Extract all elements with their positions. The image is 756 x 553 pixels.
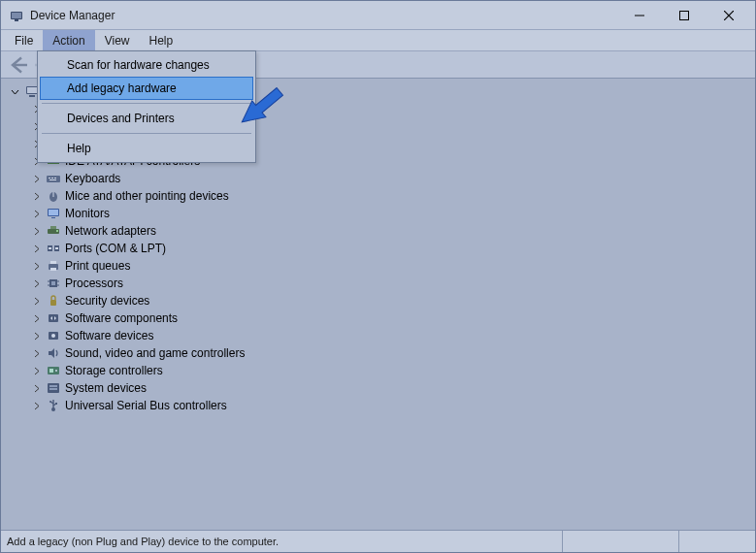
expander-closed-icon[interactable] [30, 243, 42, 254]
back-button[interactable] [7, 54, 30, 76]
svg-rect-34 [50, 226, 56, 229]
expander-closed-icon[interactable] [30, 173, 42, 184]
svg-rect-2 [15, 19, 18, 21]
tree-item-label: System devices [65, 379, 147, 397]
window-title: Device Manager [30, 9, 617, 22]
device-category-icon [46, 206, 61, 221]
status-cell-2 [563, 531, 679, 552]
svg-rect-39 [55, 247, 58, 249]
svg-rect-38 [49, 247, 51, 249]
menubar: File Action View Help [1, 30, 755, 51]
menu-view[interactable]: View [95, 30, 140, 50]
tree-item[interactable]: Storage controllers [9, 362, 755, 379]
svg-rect-44 [51, 281, 55, 285]
svg-rect-10 [27, 87, 37, 93]
tree-item-label: Software devices [65, 327, 153, 344]
menu-file[interactable]: File [5, 30, 43, 50]
device-category-icon [46, 380, 61, 396]
action-menu-dropdown: Scan for hardware changes Add legacy har… [37, 50, 256, 163]
tree-item[interactable]: Monitors [9, 205, 755, 222]
menu-add-legacy-hardware[interactable]: Add legacy hardware [40, 77, 253, 100]
tree-item[interactable]: System devices [9, 379, 755, 397]
device-category-icon [46, 223, 61, 239]
device-category-icon [46, 276, 61, 291]
tree-item[interactable]: Sound, video and game controllers [9, 344, 755, 362]
menu-help[interactable]: Help [40, 137, 253, 160]
close-button[interactable] [707, 1, 751, 30]
expander-open-icon[interactable] [9, 85, 20, 97]
svg-rect-55 [49, 369, 53, 373]
svg-rect-32 [51, 217, 55, 218]
expander-closed-icon[interactable] [30, 277, 42, 289]
device-category-icon [46, 171, 61, 186]
device-category-icon [46, 241, 61, 256]
app-icon [9, 8, 24, 23]
svg-rect-42 [50, 268, 56, 271]
svg-rect-58 [49, 385, 57, 387]
tree-item[interactable]: Print queues [9, 257, 755, 275]
tree-item[interactable]: Keyboards [9, 170, 755, 187]
svg-rect-26 [54, 178, 56, 179]
svg-rect-25 [51, 178, 53, 179]
expander-closed-icon[interactable] [30, 400, 42, 411]
svg-rect-23 [47, 176, 60, 182]
svg-rect-1 [12, 13, 21, 18]
tree-item[interactable]: Software devices [9, 327, 755, 344]
svg-rect-41 [50, 261, 56, 264]
svg-rect-63 [55, 403, 57, 405]
expander-closed-icon[interactable] [30, 365, 42, 376]
tree-item-label: Processors [65, 275, 123, 292]
expander-closed-icon[interactable] [30, 260, 42, 272]
svg-marker-53 [49, 348, 54, 358]
menu-help[interactable]: Help [140, 30, 183, 50]
tree-item-label: Keyboards [65, 170, 120, 187]
expander-closed-icon[interactable] [30, 225, 42, 237]
device-category-icon [46, 258, 61, 274]
svg-rect-24 [49, 178, 50, 179]
window-controls [617, 1, 751, 30]
expander-closed-icon[interactable] [30, 295, 42, 307]
tree-item-label: Storage controllers [65, 362, 163, 379]
menu-action[interactable]: Action [43, 30, 94, 50]
expander-closed-icon[interactable] [30, 190, 42, 202]
svg-rect-49 [50, 300, 56, 306]
svg-rect-59 [49, 388, 57, 390]
status-cell-3 [679, 531, 755, 552]
device-category-icon [46, 328, 61, 343]
device-category-icon [46, 188, 61, 204]
menu-devices-printers[interactable]: Devices and Printers [40, 107, 253, 130]
expander-closed-icon[interactable] [30, 347, 42, 359]
device-category-icon [46, 363, 61, 378]
expander-closed-icon[interactable] [30, 312, 42, 324]
menu-scan-hardware[interactable]: Scan for hardware changes [40, 53, 253, 77]
tree-item[interactable]: Ports (COM & LPT) [9, 240, 755, 257]
svg-point-62 [49, 401, 51, 403]
tree-item[interactable]: Universal Serial Bus controllers [9, 397, 755, 414]
device-category-icon [46, 310, 61, 326]
svg-rect-31 [49, 210, 58, 215]
tree-item-label: Print queues [65, 257, 130, 275]
tree-item[interactable]: Network adapters [9, 222, 755, 240]
svg-point-52 [51, 334, 55, 338]
tree-item[interactable]: Security devices [9, 292, 755, 309]
minimize-button[interactable] [617, 1, 662, 30]
device-category-icon [46, 293, 61, 309]
tree-item-label: Ports (COM & LPT) [65, 240, 166, 257]
svg-point-56 [55, 370, 57, 372]
device-category-icon [46, 398, 61, 413]
tree-item[interactable]: Software components [9, 309, 755, 327]
svg-rect-27 [49, 179, 56, 180]
expander-closed-icon[interactable] [30, 208, 42, 219]
svg-point-35 [56, 230, 58, 232]
svg-rect-4 [680, 11, 689, 19]
tree-item-label: Security devices [65, 292, 149, 309]
status-text: Add a legacy (non Plug and Play) device … [1, 531, 563, 552]
tree-item[interactable]: Processors [9, 275, 755, 292]
maximize-button[interactable] [662, 1, 707, 30]
expander-closed-icon[interactable] [30, 330, 42, 342]
tree-item[interactable]: Mice and other pointing devices [9, 187, 755, 205]
tree-item-label: Universal Serial Bus controllers [65, 397, 227, 414]
tree-item-label: Sound, video and game controllers [65, 344, 245, 362]
tree-item-label: Mice and other pointing devices [65, 187, 229, 205]
expander-closed-icon[interactable] [30, 382, 42, 394]
